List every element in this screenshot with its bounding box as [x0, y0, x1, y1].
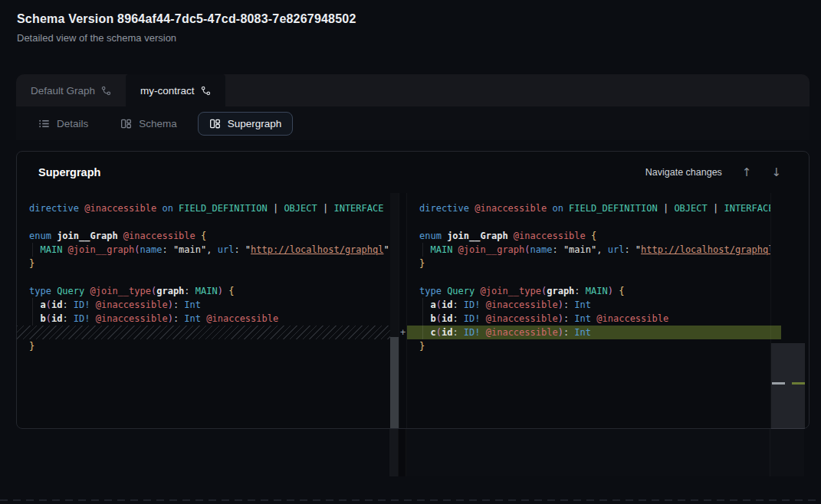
- code-line: }: [407, 257, 770, 270]
- diff-pane-modified[interactable]: directive @inaccessible on FIELD_DEFINIT…: [407, 193, 770, 428]
- editor-overflow-area: [16, 429, 810, 478]
- tab-my-contract-label: my-contract: [140, 85, 195, 97]
- tab-supergraph[interactable]: Supergraph: [198, 112, 294, 136]
- supergraph-panel: Supergraph Navigate changes ↑ ↓ directiv…: [16, 151, 810, 429]
- bottom-dashed-divider: [0, 499, 821, 501]
- left-scrollbar-track[interactable]: [390, 193, 399, 428]
- view-toolbar: Details Schema: [16, 106, 810, 140]
- scrollbar-column-shadow: [389, 429, 398, 476]
- fork-icon: [101, 86, 111, 96]
- code-line: }: [17, 339, 390, 353]
- page-title: Schema Version 8964af44-7dc5-47cd-8083-7…: [17, 12, 356, 26]
- tab-schema[interactable]: Schema: [109, 112, 189, 136]
- code-line: [17, 270, 390, 284]
- minimap-change-mark: [772, 382, 785, 385]
- tab-supergraph-label: Supergraph: [228, 118, 282, 129]
- supergraph-panel-header: Supergraph Navigate changes ↑ ↓: [17, 152, 809, 193]
- code-line: a(id: ID! @inaccessible): Int: [407, 298, 770, 312]
- screen: Schema Version 8964af44-7dc5-47cd-8083-7…: [0, 0, 821, 504]
- page-subtitle: Detailed view of the schema version: [17, 32, 356, 44]
- gutter-column-shadow: [398, 429, 406, 476]
- code-line: directive @inaccessible on FIELD_DEFINIT…: [17, 201, 390, 215]
- diff-gutter: +: [399, 193, 407, 428]
- tab-default-graph-label: Default Graph: [31, 85, 95, 97]
- code-line: [407, 215, 770, 229]
- diff-pane-original[interactable]: directive @inaccessible on FIELD_DEFINIT…: [17, 193, 390, 428]
- navigate-next-button[interactable]: ↓: [771, 167, 781, 178]
- tab-details[interactable]: Details: [27, 112, 100, 136]
- minimap[interactable]: [770, 193, 805, 428]
- code-line: [407, 270, 770, 284]
- panel-title: Supergraph: [38, 166, 100, 178]
- tab-my-contract[interactable]: my-contract: [126, 74, 225, 106]
- code-line: }: [407, 339, 770, 353]
- navigate-changes: Navigate changes ↑ ↓: [645, 167, 781, 178]
- tab-default-graph[interactable]: Default Graph: [16, 74, 126, 106]
- graph-tabstrip: Default Graph my-contract: [16, 74, 810, 106]
- pane-column-shadow: [406, 429, 770, 476]
- schema-version-card: Default Graph my-contract: [16, 74, 810, 480]
- code-line: enum join__Graph @inaccessible {: [17, 229, 390, 243]
- code-line: MAIN @join__graph(name: "main", url: "ht…: [407, 243, 770, 257]
- added-line-marker: +: [399, 326, 406, 339]
- list-icon: [38, 118, 50, 129]
- navigate-previous-button[interactable]: ↑: [742, 167, 752, 178]
- navigate-changes-label: Navigate changes: [645, 167, 722, 178]
- code-line: directive @inaccessible on FIELD_DEFINIT…: [407, 201, 770, 215]
- code-line: b(id: ID! @inaccessible): Int @inaccessi…: [17, 312, 390, 326]
- code-line: a(id: ID! @inaccessible): Int: [17, 298, 390, 312]
- diff-added-line: c(id: ID! @inaccessible): Int: [407, 326, 770, 339]
- code-line: }: [17, 257, 390, 270]
- code-line: b(id: ID! @inaccessible): Int @inaccessi…: [407, 312, 770, 326]
- minimap-slider[interactable]: [771, 343, 805, 429]
- code-line: [17, 215, 390, 229]
- code-line: type Query @join__type(graph: MAIN) {: [17, 284, 390, 298]
- tab-schema-label: Schema: [139, 118, 177, 129]
- page-header: Schema Version 8964af44-7dc5-47cd-8083-7…: [17, 12, 356, 44]
- diff-removed-placeholder: [17, 326, 390, 339]
- tab-details-label: Details: [57, 118, 88, 129]
- arrow-down-icon: ↓: [771, 165, 781, 179]
- code-line: MAIN @join__graph(name: "main", url: "ht…: [17, 243, 390, 257]
- code-line: type Query @join__type(graph: MAIN) {: [407, 284, 770, 298]
- panels-icon: [209, 118, 221, 129]
- left-scrollbar-thumb[interactable]: [390, 337, 399, 428]
- arrow-up-icon: ↑: [742, 165, 752, 179]
- minimap-column-shadow: [770, 429, 804, 476]
- diff-editor: directive @inaccessible on FIELD_DEFINIT…: [17, 193, 809, 428]
- minimap-added-mark: [792, 382, 805, 385]
- fork-icon: [201, 86, 211, 96]
- panels-icon: [120, 118, 132, 129]
- code-line: enum join__Graph @inaccessible {: [407, 229, 770, 243]
